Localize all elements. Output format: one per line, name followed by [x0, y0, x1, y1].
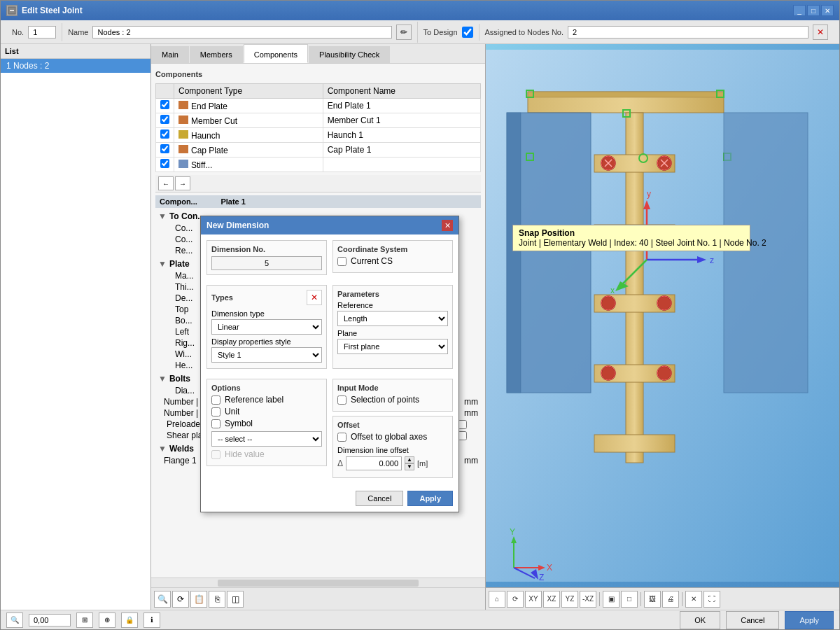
name-input[interactable] — [92, 26, 391, 38]
status-btn-grid[interactable]: ⊞ — [76, 612, 93, 628]
assigned-input[interactable] — [568, 26, 808, 38]
status-btn-info[interactable]: ℹ — [144, 612, 160, 628]
options-style-select[interactable]: -- select -- — [211, 431, 322, 447]
horizontal-scrollbar[interactable] — [151, 578, 485, 587]
expand-icon: ▼ — [158, 259, 167, 269]
main-window: Edit Steel Joint _ □ ✕ No. Name ✏ To Des… — [0, 0, 840, 630]
expand-icon: ▼ — [158, 374, 167, 384]
display-style-select[interactable]: Style 1 Style 2 — [211, 347, 322, 363]
offset-value-input[interactable] — [346, 456, 402, 470]
view-sep-3 — [682, 592, 682, 606]
svg-text:y: y — [647, 189, 651, 199]
assigned-clear-button[interactable]: ✕ — [813, 24, 828, 40]
tree-section-label: To Con... — [169, 211, 204, 221]
window-title: Edit Steel Joint — [22, 6, 789, 15]
tab-members[interactable]: Members — [190, 46, 243, 63]
edit-name-button[interactable]: ✏ — [396, 24, 412, 40]
hide-value-text: Hide value — [225, 449, 265, 459]
comp-check[interactable] — [160, 130, 169, 139]
tree-section-label: Welds — [169, 444, 194, 454]
maximize-button[interactable]: □ — [807, 5, 820, 16]
to-design-block: To Design — [418, 24, 479, 41]
toolbar-view-btn[interactable]: ◫ — [227, 591, 244, 608]
view-btn-wire[interactable]: □ — [621, 591, 638, 608]
comp-name — [323, 158, 480, 172]
view-btn-nxz[interactable]: -XZ — [580, 591, 596, 608]
offset-global-checkbox[interactable] — [337, 433, 346, 442]
bottom-toolbar: 🔍 ⟳ 📋 ⎘ ◫ — [151, 587, 485, 610]
to-design-checkbox[interactable] — [462, 27, 473, 38]
close-button[interactable]: ✕ — [821, 5, 834, 16]
dialog-cancel-button[interactable]: Cancel — [356, 491, 403, 506]
view-btn-xy[interactable]: XY — [525, 591, 542, 608]
status-btn-search[interactable]: 🔍 — [6, 612, 23, 628]
status-btn-lock[interactable]: 🔒 — [121, 612, 138, 628]
comp-check[interactable] — [160, 100, 169, 109]
cancel-button[interactable]: Cancel — [726, 611, 779, 629]
reference-select[interactable]: Length Angle — [337, 311, 448, 326]
coord-sys-label: Coordinate System — [337, 245, 448, 253]
list-item[interactable]: 1 Nodes : 2 — [1, 59, 150, 73]
current-cs-checkbox[interactable] — [337, 257, 346, 266]
ref-label-text: Reference label — [225, 395, 284, 405]
item-label: Wi... — [175, 349, 192, 359]
dialog-close-button[interactable]: ✕ — [442, 220, 453, 231]
snap-title: Snap Position — [519, 228, 744, 238]
unit-text: Unit — [225, 407, 239, 416]
selection-points-checkbox[interactable] — [337, 396, 346, 405]
dimension-no-input[interactable] — [211, 256, 322, 270]
view-btn-print[interactable]: 🖨 — [662, 591, 679, 608]
view-btn-xz[interactable]: XZ — [543, 591, 560, 608]
ok-button[interactable]: OK — [680, 611, 720, 629]
view-btn-shade[interactable]: ▣ — [603, 591, 620, 608]
tab-components[interactable]: Components — [244, 44, 308, 63]
dim-type-group: Dimension type Linear Angular — [211, 309, 322, 335]
unit-checkbox[interactable] — [211, 407, 220, 416]
toolbar-copy-btn[interactable]: ⎘ — [209, 591, 225, 608]
offset-down-button[interactable]: ▼ — [405, 463, 414, 470]
apply-button[interactable]: Apply — [785, 611, 834, 629]
comp-check[interactable] — [160, 159, 169, 168]
view-btn-home[interactable]: ⌂ — [489, 591, 505, 608]
assigned-label: Assigned to Nodes No. — [485, 28, 564, 36]
tab-main[interactable]: Main — [151, 46, 189, 63]
status-btn-snap[interactable]: ⊕ — [99, 612, 115, 628]
dialog-apply-button[interactable]: Apply — [407, 491, 453, 506]
toolbar-refresh-btn[interactable]: ⟳ — [172, 591, 189, 608]
sel-points-row: Selection of points — [337, 395, 448, 405]
view-btn-maximize[interactable]: ⛶ — [704, 591, 720, 608]
toolbar-search-btn[interactable]: 🔍 — [154, 591, 171, 608]
minimize-button[interactable]: _ — [793, 5, 806, 16]
view-btn-yz[interactable]: YZ — [561, 591, 578, 608]
offset-up-button[interactable]: ▲ — [405, 456, 414, 463]
col-name: Component Name — [323, 84, 480, 99]
view-btn-render[interactable]: 🖼 — [644, 591, 661, 608]
no-input[interactable] — [28, 26, 56, 38]
coord-field[interactable] — [29, 614, 71, 626]
options-section: Options Reference label Unit — [206, 379, 327, 466]
view-btn-close[interactable]: ✕ — [685, 591, 702, 608]
plane-label: Plane — [337, 329, 448, 337]
tab-plausibility[interactable]: Plausibility Check — [309, 46, 390, 63]
title-bar: Edit Steel Joint _ □ ✕ — [1, 1, 839, 20]
dimension-no-col: Dimension No. — [206, 240, 327, 279]
svg-marker-60 — [511, 536, 517, 543]
toolbar-export-btn[interactable]: 📋 — [190, 591, 207, 608]
dimension-type-select[interactable]: Linear Angular — [211, 319, 322, 335]
view-sep-2 — [640, 592, 641, 606]
svg-marker-57 — [538, 565, 545, 570]
comp-detail-header: Compon... Plate 1 — [155, 195, 481, 208]
reference-label-checkbox[interactable] — [211, 396, 220, 405]
coord-sys-col: Coordinate System Current CS — [332, 240, 453, 279]
hide-value-checkbox[interactable] — [211, 450, 220, 459]
table-row: End Plate End Plate 1 — [156, 99, 481, 113]
toolbar-btn-2[interactable]: → — [175, 176, 190, 190]
plane-select[interactable]: First plane Second plane — [337, 339, 448, 354]
current-cs-row: Current CS — [337, 256, 448, 266]
comp-check[interactable] — [160, 115, 169, 124]
view-btn-nav[interactable]: ⟳ — [507, 591, 524, 608]
toolbar-btn-1[interactable]: ← — [158, 176, 174, 190]
symbol-checkbox[interactable] — [211, 419, 220, 428]
delete-type-button[interactable]: ✕ — [307, 290, 322, 305]
comp-check[interactable] — [160, 144, 169, 153]
